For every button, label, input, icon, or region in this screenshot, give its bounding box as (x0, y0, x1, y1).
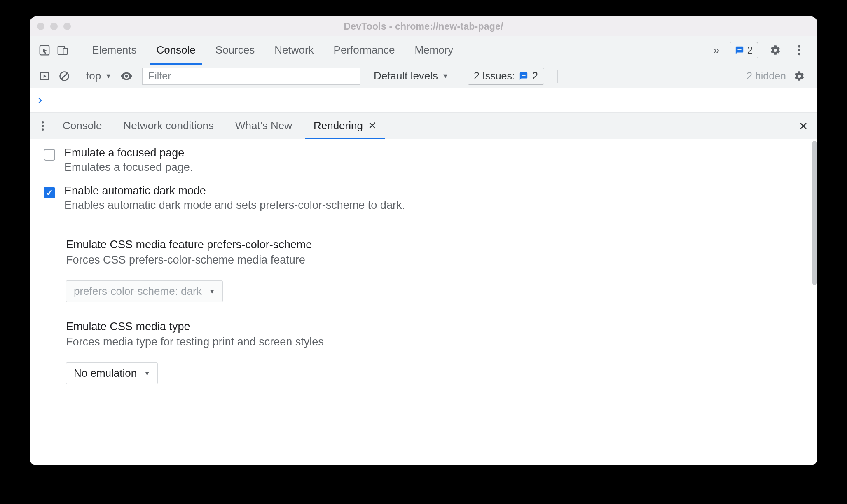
option-auto-dark-mode: Enable automatic dark mode Enables autom… (30, 177, 817, 224)
select-media-type[interactable]: No emulation ▼ (66, 362, 158, 384)
tab-label: What's New (235, 119, 292, 132)
select-value: prefers-color-scheme: dark (74, 285, 202, 298)
device-toolbar-icon[interactable] (54, 41, 72, 59)
window-title: DevTools - chrome://new-tab-page/ (30, 21, 817, 32)
separator (77, 70, 77, 83)
settings-icon[interactable] (766, 41, 784, 59)
section-description: Forces CSS prefers-color-scheme media fe… (66, 254, 803, 266)
option-title: Enable automatic dark mode (64, 184, 405, 197)
window-titlebar: DevTools - chrome://new-tab-page/ (30, 16, 817, 36)
drawer-tab-whats-new[interactable]: What's New (225, 113, 303, 139)
tab-label: Network conditions (123, 119, 214, 132)
zoom-window-button[interactable] (63, 23, 71, 30)
more-options-icon[interactable] (790, 41, 808, 59)
svg-point-3 (798, 45, 800, 47)
toggle-sidebar-icon[interactable] (35, 67, 54, 85)
issues-label: 2 Issues: (474, 70, 515, 82)
dropdown-icon: ▼ (442, 72, 449, 80)
option-description: Emulates a focused page. (64, 161, 193, 174)
drawer-more-icon[interactable] (34, 121, 52, 131)
chat-icon (519, 72, 528, 81)
dropdown-icon: ▼ (209, 288, 215, 295)
chat-icon (735, 46, 744, 55)
tab-memory[interactable]: Memory (405, 36, 463, 64)
option-title: Emulate a focused page (64, 147, 193, 159)
scrollbar-thumb[interactable] (812, 141, 817, 285)
separator (76, 42, 76, 58)
console-prompt[interactable] (30, 88, 817, 113)
console-settings-icon[interactable] (790, 67, 808, 85)
svg-point-9 (42, 121, 44, 123)
tab-label: Network (274, 44, 314, 56)
issues-button[interactable]: 2 Issues: 2 (468, 68, 544, 85)
tab-label: Console (156, 44, 195, 56)
tab-label: Rendering (314, 119, 363, 132)
option-emulate-focused: Emulate a focused page Emulates a focuse… (30, 139, 817, 177)
devtools-window: DevTools - chrome://new-tab-page/ Elemen… (30, 16, 817, 465)
log-levels-selector[interactable]: Default levels ▼ (374, 70, 449, 82)
svg-point-10 (42, 125, 44, 127)
svg-rect-2 (63, 48, 67, 54)
dropdown-icon: ▼ (144, 370, 150, 377)
clear-console-icon[interactable] (55, 67, 73, 85)
console-toolbar: top ▼ Default levels ▼ 2 Issues: 2 2 hid… (30, 64, 817, 88)
section-prefers-color-scheme: Emulate CSS media feature prefers-color-… (30, 228, 817, 269)
section-media-type: Emulate CSS media type Forces media type… (30, 302, 817, 351)
messages-count: 2 (747, 44, 753, 56)
close-window-button[interactable] (37, 23, 44, 30)
drawer-tab-console[interactable]: Console (52, 113, 112, 139)
tab-label: Console (63, 119, 102, 132)
inspect-element-icon[interactable] (35, 41, 54, 59)
filter-input[interactable] (142, 68, 360, 85)
tab-label: Performance (334, 44, 395, 56)
rendering-panel: Emulate a focused page Emulates a focuse… (30, 139, 817, 465)
main-tabstrip: Elements Console Sources Network Perform… (30, 36, 817, 64)
select-prefers-color-scheme[interactable]: prefers-color-scheme: dark ▼ (66, 280, 223, 302)
hidden-messages-label[interactable]: 2 hidden (746, 70, 786, 82)
tab-network[interactable]: Network (264, 36, 323, 64)
tab-performance[interactable]: Performance (324, 36, 405, 64)
tab-label: Memory (414, 44, 453, 56)
svg-point-11 (42, 128, 44, 131)
select-value: No emulation (74, 367, 137, 380)
option-description: Enables automatic dark mode and sets pre… (64, 199, 405, 212)
tab-sources[interactable]: Sources (206, 36, 264, 64)
drawer-tabstrip: Console Network conditions What's New Re… (30, 113, 817, 139)
minimize-window-button[interactable] (50, 23, 58, 30)
checkbox-emulate-focused[interactable] (44, 149, 55, 161)
dropdown-icon: ▼ (105, 72, 112, 80)
tab-elements[interactable]: Elements (82, 36, 146, 64)
svg-point-5 (798, 53, 800, 55)
context-label: top (86, 70, 101, 82)
drawer-tab-rendering[interactable]: Rendering ✕ (303, 113, 388, 139)
section-description: Forces media type for testing print and … (66, 336, 803, 348)
issues-count: 2 (532, 70, 538, 82)
live-expression-icon[interactable] (117, 67, 136, 85)
tab-label: Elements (92, 44, 136, 56)
messages-badge[interactable]: 2 (730, 42, 758, 58)
tab-label: Sources (215, 44, 255, 56)
drawer-tab-network-conditions[interactable]: Network conditions (112, 113, 225, 139)
separator (557, 70, 558, 83)
tab-console[interactable]: Console (146, 36, 205, 64)
chevron-right-icon (36, 97, 44, 104)
svg-point-4 (798, 49, 800, 51)
levels-label: Default levels (374, 70, 438, 82)
window-controls (37, 23, 71, 30)
svg-line-8 (61, 73, 67, 79)
section-title: Emulate CSS media feature prefers-color-… (66, 238, 803, 251)
context-selector[interactable]: top ▼ (82, 70, 116, 82)
more-tabs-icon[interactable]: » (707, 44, 725, 57)
checkbox-auto-dark-mode[interactable] (44, 187, 55, 198)
section-title: Emulate CSS media type (66, 320, 803, 333)
close-drawer-icon[interactable] (798, 121, 808, 131)
close-tab-icon[interactable]: ✕ (368, 119, 377, 132)
